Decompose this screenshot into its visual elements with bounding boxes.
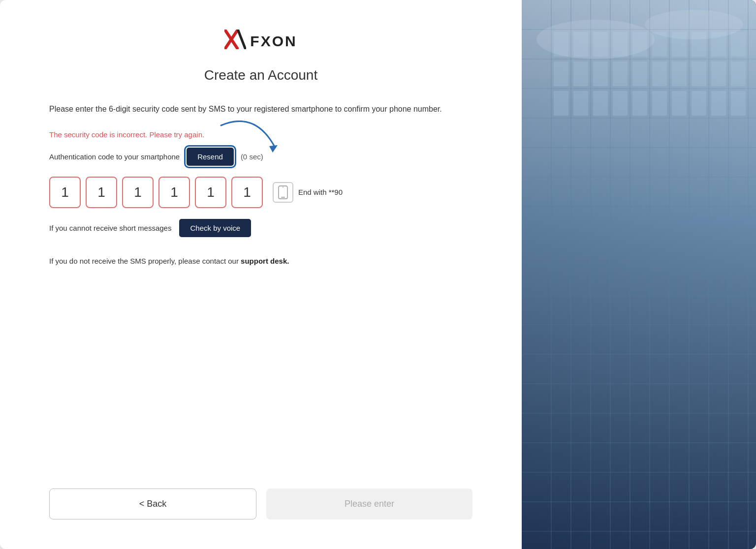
svg-rect-5 <box>281 197 285 198</box>
svg-rect-67 <box>731 91 746 116</box>
timer-text: (0 sec) <box>241 152 263 161</box>
svg-rect-53 <box>652 61 667 86</box>
otp-digit-4[interactable] <box>158 177 190 208</box>
svg-rect-56 <box>711 61 726 86</box>
resend-button[interactable]: Resend <box>187 148 234 166</box>
svg-rect-61 <box>613 91 628 116</box>
svg-rect-48 <box>554 61 568 86</box>
svg-rect-59 <box>573 91 588 116</box>
svg-rect-55 <box>692 61 706 86</box>
otp-row: End with **90 <box>49 177 472 208</box>
voice-row: If you cannot receive short messages Che… <box>49 219 472 237</box>
svg-rect-66 <box>711 91 726 116</box>
brand-name: FXON <box>250 33 297 50</box>
logo-x-icon <box>224 30 246 53</box>
svg-rect-63 <box>652 91 667 116</box>
left-panel: FXON Create an Account Please enter the … <box>0 0 522 549</box>
building-illustration <box>522 0 756 549</box>
phone-icon <box>273 182 293 203</box>
resend-container: Resend <box>187 148 234 166</box>
background-image <box>522 0 756 549</box>
svg-rect-50 <box>593 61 608 86</box>
description-text: Please enter the 6-digit security code s… <box>49 103 472 116</box>
svg-rect-60 <box>593 91 608 116</box>
svg-point-68 <box>536 20 655 59</box>
right-panel <box>522 0 756 549</box>
svg-rect-52 <box>632 61 647 86</box>
svg-point-69 <box>645 10 743 39</box>
svg-rect-62 <box>632 91 647 116</box>
error-message: The security code is incorrect. Please t… <box>49 130 472 139</box>
svg-point-6 <box>283 186 284 187</box>
otp-digit-2[interactable] <box>86 177 117 208</box>
submit-button: Please enter <box>266 488 472 519</box>
phone-info: End with **90 <box>273 182 343 203</box>
otp-digit-6[interactable] <box>231 177 263 208</box>
svg-rect-57 <box>731 61 746 86</box>
content-area: Please enter the 6-digit security code s… <box>49 103 472 290</box>
bottom-buttons: < Back Please enter <box>49 488 472 519</box>
voice-label: If you cannot receive short messages <box>49 224 171 232</box>
support-text: If you do not receive the SMS properly, … <box>49 257 472 265</box>
svg-rect-58 <box>554 91 568 116</box>
svg-rect-47 <box>731 32 746 57</box>
auth-label: Authentication code to your smartphone <box>49 152 180 161</box>
svg-rect-51 <box>613 61 628 86</box>
svg-line-2 <box>238 30 245 48</box>
page-title: Create an Account <box>204 67 317 83</box>
svg-rect-54 <box>672 61 687 86</box>
otp-digit-3[interactable] <box>122 177 154 208</box>
svg-rect-65 <box>692 91 706 116</box>
check-by-voice-button[interactable]: Check by voice <box>179 219 251 237</box>
svg-rect-49 <box>573 61 588 86</box>
svg-marker-3 <box>269 145 278 152</box>
logo: FXON <box>224 30 297 53</box>
back-button[interactable]: < Back <box>49 488 256 519</box>
svg-rect-64 <box>672 91 687 116</box>
otp-digit-1[interactable] <box>49 177 81 208</box>
otp-digit-5[interactable] <box>195 177 226 208</box>
support-link[interactable]: support desk. <box>241 257 289 265</box>
auth-row: Authentication code to your smartphone R… <box>49 148 472 166</box>
phone-end-text: End with **90 <box>298 188 343 196</box>
support-prefix: If you do not receive the SMS properly, … <box>49 257 241 265</box>
